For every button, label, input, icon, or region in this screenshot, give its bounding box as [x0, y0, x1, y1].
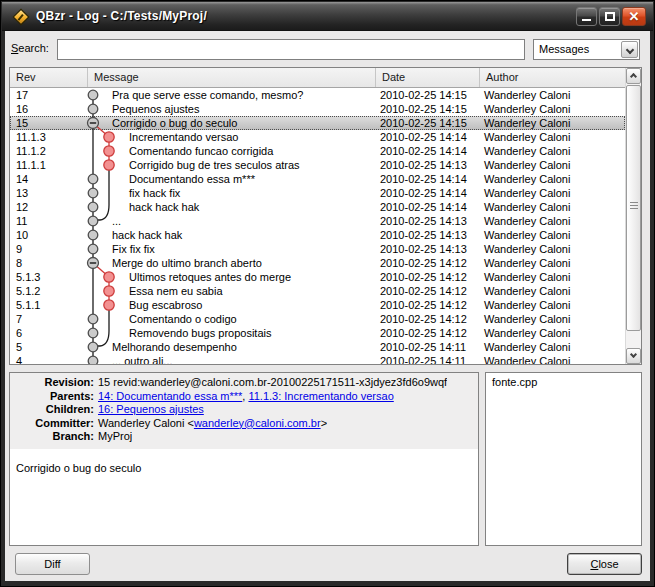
title-bar[interactable]: QBzr - Log - C:/Tests/MyProj/ ✕ — [2, 2, 653, 31]
committer-value: Wanderley Caloni <wanderley@caloni.com.b… — [94, 417, 327, 431]
table-row[interactable]: 17Pra que serve esse comando, mesmo?2010… — [10, 88, 625, 102]
thumb-grip-icon — [630, 202, 638, 210]
close-button[interactable]: Close — [567, 553, 642, 575]
row-rev: 11.1.1 — [10, 158, 87, 172]
row-date: 2010-02-25 14:12 — [375, 326, 479, 340]
row-author: Wanderley Caloni — [479, 284, 625, 298]
row-author: Wanderley Caloni — [479, 228, 625, 242]
row-author: Wanderley Caloni — [479, 214, 625, 228]
parents-label: Parents: — [10, 390, 94, 404]
row-message: Pequenos ajustes — [87, 102, 375, 116]
app-icon — [13, 9, 30, 26]
parent-revision-link[interactable]: 14: Documentando essa m*** — [98, 390, 242, 402]
table-row[interactable]: 5.1.2Essa nem eu sabia2010-02-25 14:12Wa… — [10, 284, 625, 298]
table-row[interactable]: 4... outro ali...2010-02-25 14:11Wanderl… — [10, 354, 625, 365]
row-message: Essa nem eu sabia — [87, 284, 375, 298]
row-message: ... — [87, 214, 375, 228]
scroll-down-button[interactable] — [626, 348, 641, 364]
children-links: 16: Pequenos ajustes — [94, 403, 204, 417]
parent-revision-link[interactable]: 11.1.3: Incrementando versao — [248, 390, 393, 402]
row-rev: 15 — [10, 116, 87, 130]
row-author: Wanderley Caloni — [479, 158, 625, 172]
commit-message: Corrigido o bug do seculo — [10, 449, 478, 487]
table-row[interactable]: 8Merge do ultimo branch aberto2010-02-25… — [10, 256, 625, 270]
scrollbar-thumb[interactable] — [626, 85, 641, 331]
scroll-up-button[interactable] — [626, 68, 641, 84]
table-row[interactable]: 11.1.2Comentando funcao corrigida2010-02… — [10, 144, 625, 158]
row-rev: 11 — [10, 214, 87, 228]
table-row[interactable]: 7Comentando o codigo2010-02-25 14:12Wand… — [10, 312, 625, 326]
table-row[interactable]: 5.1.1Bug escabroso2010-02-25 14:12Wander… — [10, 298, 625, 312]
row-date: 2010-02-25 14:15 — [375, 88, 479, 102]
search-label: Search: — [11, 42, 49, 54]
maximize-button[interactable] — [599, 7, 620, 26]
table-header: RevMessageDateAuthor — [10, 68, 625, 88]
combobox-dropdown-button[interactable] — [621, 41, 638, 58]
row-date: 2010-02-25 14:13 — [375, 158, 479, 172]
row-message: Comentando funcao corrigida — [87, 144, 375, 158]
table-row[interactable]: 5Melhorando desempenho2010-02-25 14:11Wa… — [10, 340, 625, 354]
column-header-message[interactable]: Message — [87, 68, 375, 87]
row-message: Ultimos retoques antes do merge — [87, 270, 375, 284]
search-filter-value: Messages — [539, 43, 589, 55]
row-message: Pra que serve esse comando, mesmo? — [87, 88, 375, 102]
row-author: Wanderley Caloni — [479, 130, 625, 144]
parents-links: 14: Documentando essa m***, 11.1.3: Incr… — [94, 390, 394, 404]
branch-label: Branch: — [10, 430, 94, 444]
column-header-rev[interactable]: Rev — [10, 68, 87, 87]
row-author: Wanderley Caloni — [479, 200, 625, 214]
row-rev: 5 — [10, 340, 87, 354]
row-message: fix hack fix — [87, 186, 375, 200]
table-row[interactable]: 11...2010-02-25 14:13Wanderley Caloni — [10, 214, 625, 228]
client-area: Search: Messages RevMessageDateAuthor 17… — [5, 31, 650, 581]
column-header-author[interactable]: Author — [479, 68, 625, 87]
committer-email-link[interactable]: wanderley@caloni.com.br — [194, 417, 321, 429]
row-rev: 9 — [10, 242, 87, 256]
row-author: Wanderley Caloni — [479, 242, 625, 256]
close-window-button[interactable]: ✕ — [622, 7, 646, 26]
row-date: 2010-02-25 14:12 — [375, 298, 479, 312]
child-revision-link[interactable]: 16: Pequenos ajustes — [98, 403, 204, 415]
revision-metadata: Revision: 15 revid:wanderley@caloni.com.… — [10, 373, 478, 449]
row-author: Wanderley Caloni — [479, 144, 625, 158]
table-row[interactable]: 5.1.3Ultimos retoques antes do merge2010… — [10, 270, 625, 284]
search-input[interactable] — [57, 39, 525, 60]
chevron-down-icon — [626, 46, 634, 54]
table-row[interactable]: 11.1.1Corrigido bug de tres seculos atra… — [10, 158, 625, 172]
row-message: Corrigido bug de tres seculos atras — [87, 158, 375, 172]
search-filter-combobox[interactable]: Messages — [533, 39, 640, 60]
minimize-icon — [582, 19, 591, 21]
file-item[interactable]: fonte.cpp — [486, 373, 641, 389]
minimize-button[interactable] — [576, 7, 597, 26]
table-rows: 17Pra que serve esse comando, mesmo?2010… — [10, 88, 625, 365]
vertical-scrollbar[interactable] — [625, 68, 641, 364]
table-row[interactable]: 15Corrigido o bug do seculo2010-02-25 14… — [10, 116, 625, 130]
row-author: Wanderley Caloni — [479, 116, 625, 130]
changed-files-list[interactable]: fonte.cpp — [485, 372, 642, 546]
table-row[interactable]: 13fix hack fix2010-02-25 14:14Wanderley … — [10, 186, 625, 200]
table-row[interactable]: 11.1.3Incrementando versao2010-02-25 14:… — [10, 130, 625, 144]
qbzr-log-window: QBzr - Log - C:/Tests/MyProj/ ✕ Search: … — [0, 0, 655, 587]
table-row[interactable]: 12hack hack hak2010-02-25 14:14Wanderley… — [10, 200, 625, 214]
table-row[interactable]: 6Removendo bugs propositais2010-02-25 14… — [10, 326, 625, 340]
table-row[interactable]: 14Documentando essa m***2010-02-25 14:14… — [10, 172, 625, 186]
table-row[interactable]: 16Pequenos ajustes2010-02-25 14:15Wander… — [10, 102, 625, 116]
column-header-date[interactable]: Date — [375, 68, 479, 87]
row-date: 2010-02-25 14:13 — [375, 228, 479, 242]
revision-log-table: RevMessageDateAuthor 17Pra que serve ess… — [9, 67, 642, 365]
row-author: Wanderley Caloni — [479, 312, 625, 326]
branch-value: MyProj — [94, 430, 132, 444]
table-row[interactable]: 9Fix fix fix2010-02-25 14:13Wanderley Ca… — [10, 242, 625, 256]
row-message: Merge do ultimo branch aberto — [87, 256, 375, 270]
row-date: 2010-02-25 14:15 — [375, 116, 479, 130]
diff-button[interactable]: Diff — [15, 553, 90, 575]
row-rev: 11.1.3 — [10, 130, 87, 144]
row-rev: 12 — [10, 200, 87, 214]
row-date: 2010-02-25 14:12 — [375, 284, 479, 298]
window-title: QBzr - Log - C:/Tests/MyProj/ — [36, 9, 207, 23]
row-rev: 13 — [10, 186, 87, 200]
row-author: Wanderley Caloni — [479, 172, 625, 186]
table-row[interactable]: 10hack hack hak2010-02-25 14:13Wanderley… — [10, 228, 625, 242]
row-author: Wanderley Caloni — [479, 256, 625, 270]
row-message: ... outro ali... — [87, 354, 375, 365]
